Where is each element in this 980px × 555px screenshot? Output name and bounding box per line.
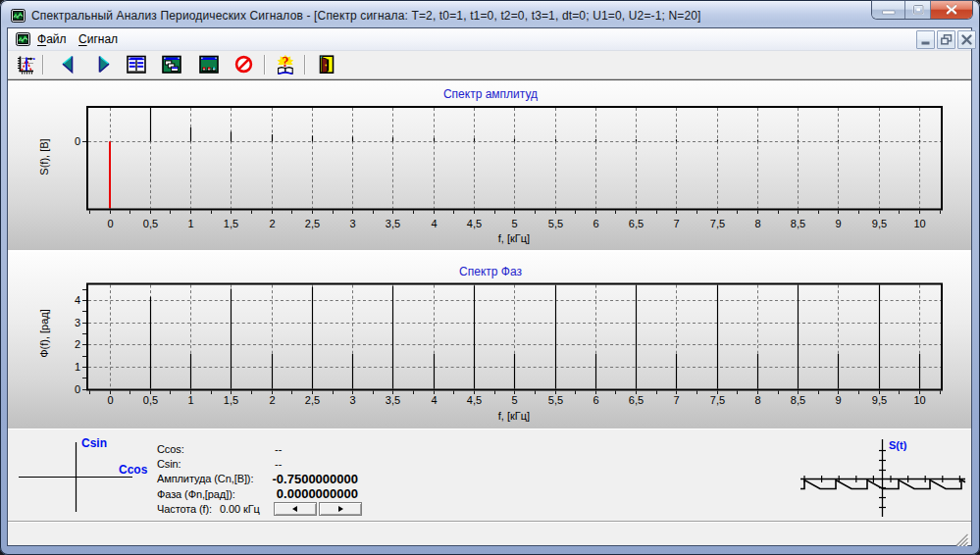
mdi-close-button[interactable] <box>957 30 976 49</box>
exit-glyph <box>317 55 336 75</box>
cascade-glyph <box>162 55 181 75</box>
prev-glyph <box>58 55 77 75</box>
close-icon <box>931 1 972 19</box>
frequency-value: 0.00 кГц <box>220 503 260 515</box>
prev-harmonic-button[interactable] <box>274 502 317 516</box>
window-title: Спектральный Анализ Периодических Сигнал… <box>31 9 701 23</box>
arrange-glyph <box>199 55 219 75</box>
minimize-button[interactable] <box>872 1 905 19</box>
oscilloscope-icon <box>16 32 30 46</box>
tile-glyph <box>127 55 146 75</box>
vector-diagram-axes: CsinCcos <box>8 429 155 521</box>
restore-button[interactable] <box>905 1 932 19</box>
phase-spectrum-panel <box>8 252 971 429</box>
oscilloscope-icon <box>11 9 26 23</box>
application-window: Спектральный Анализ Периодических Сигнал… <box>0 0 980 555</box>
titlebar[interactable]: Спектральный Анализ Периодических Сигнал… <box>2 2 978 27</box>
frequency-label: Частота (f): <box>157 503 212 515</box>
ccos-value: -- <box>275 443 282 455</box>
window-controls <box>872 1 972 19</box>
svg-text:Csin: Csin <box>81 436 107 450</box>
menubar: Файл Сигнал <box>8 28 971 51</box>
stop-glyph <box>234 55 254 75</box>
next-glyph <box>94 55 114 75</box>
left-triangle-icon <box>292 506 297 512</box>
mdi-restore-icon <box>938 31 954 48</box>
client-area: Файл Сигнал ? <box>7 27 972 546</box>
ccos-label: Ccos: <box>157 443 184 455</box>
stop-icon[interactable] <box>234 55 254 75</box>
cascade-windows-icon[interactable] <box>162 55 181 75</box>
tile-windows-icon[interactable] <box>127 55 146 75</box>
menu-signal[interactable]: Сигнал <box>75 31 122 47</box>
help-icon[interactable]: ? <box>276 55 295 75</box>
mdi-minimize-icon <box>917 31 934 48</box>
toolbar: ? <box>8 51 971 78</box>
statusbar <box>8 523 971 545</box>
right-triangle-icon <box>338 506 343 512</box>
mdi-close-icon <box>958 31 975 48</box>
amplitude-spectrum-panel <box>8 80 971 250</box>
menu-file[interactable]: Файл <box>33 31 71 47</box>
plot-glyph <box>16 55 35 75</box>
close-button[interactable] <box>931 1 972 19</box>
mdi-child-icon[interactable] <box>16 32 30 46</box>
restore-icon <box>905 1 931 19</box>
plot-icon[interactable] <box>16 55 35 75</box>
toolbar-separator <box>264 55 265 75</box>
next-harmonic-button[interactable] <box>319 502 362 516</box>
toolbar-separator <box>304 55 305 75</box>
app-icon <box>11 9 26 23</box>
mdi-restore-button[interactable] <box>937 30 955 49</box>
csin-value: -- <box>275 458 282 470</box>
amplitude-value: -0.7500000000 <box>145 472 358 486</box>
toolbar-separator <box>42 55 43 75</box>
minimize-icon <box>872 1 904 19</box>
help-glyph: ? <box>276 55 295 75</box>
signal-preview-axes: S(t) <box>773 429 971 521</box>
csin-label: Csin: <box>157 458 181 470</box>
prev-icon[interactable] <box>58 55 77 75</box>
svg-text:Ccos: Ccos <box>119 463 148 477</box>
arrange-icons-icon[interactable] <box>199 55 219 75</box>
mdi-window-controls <box>916 30 976 47</box>
harmonic-info-panel: Ccos: Csin: Амплитуда (Cn,[В]): Фаза (Фn… <box>8 429 971 521</box>
mdi-minimize-button[interactable] <box>916 30 935 49</box>
phase-value: 0.0000000000 <box>145 486 358 501</box>
exit-icon[interactable] <box>317 55 336 75</box>
svg-text:?: ? <box>282 55 288 70</box>
svg-text:S(t): S(t) <box>889 439 907 451</box>
next-icon[interactable] <box>94 55 114 75</box>
resize-grip-lines <box>952 525 971 546</box>
